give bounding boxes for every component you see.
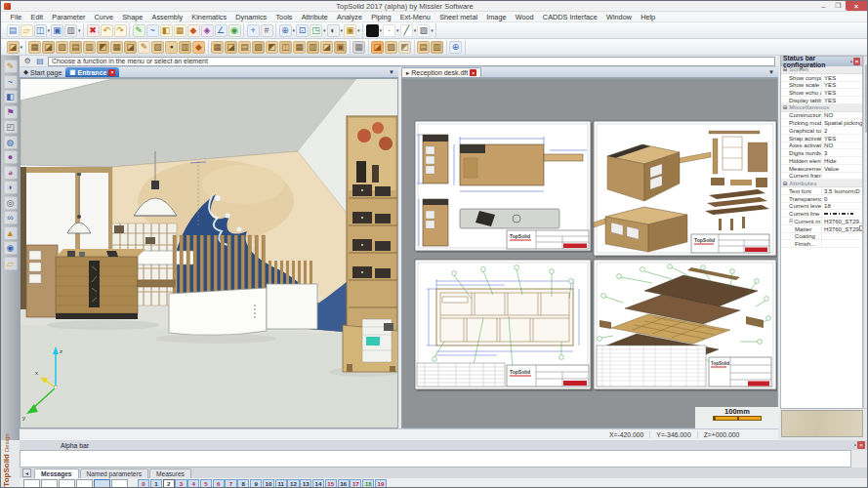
restore-button[interactable]: ❐ (831, 1, 846, 11)
wood-frame-icon[interactable]: ▤ (69, 41, 82, 54)
open-document-icon[interactable]: ▱ (21, 24, 33, 37)
machining-icon[interactable]: ◈ (201, 24, 214, 37)
property-measurement[interactable]: MeasurementValue (781, 165, 862, 173)
section-miscellaneous[interactable]: ⊟Miscellaneous (781, 104, 862, 112)
property-current-frame[interactable]: Current frame (781, 173, 862, 181)
extrude-shape-icon[interactable]: ◧ (4, 90, 18, 103)
wood-doc-icon[interactable]: ▤ (417, 41, 430, 54)
function-gear-icon[interactable]: ⚙ (22, 57, 32, 66)
wood-drilling-icon[interactable]: ▦ (110, 41, 123, 54)
menu-kinematics[interactable]: Kinematics (187, 13, 231, 21)
wood-marker-icon[interactable]: ✎ (138, 41, 150, 54)
render-mode-icon[interactable]: ▣▾ (344, 24, 360, 37)
component-icon[interactable]: ◰ (4, 120, 18, 134)
point-style-icon[interactable]: ∙▾ (383, 24, 399, 37)
panel-scrollbar[interactable] (863, 56, 868, 409)
menu-dynamics[interactable]: Dynamics (231, 13, 271, 21)
current-color-icon[interactable]: ▾ (366, 24, 383, 37)
hatch-style-icon[interactable]: ▨▾ (417, 24, 434, 37)
line-style-solid-red[interactable] (59, 479, 75, 488)
property-finish[interactable]: Finish... (781, 240, 862, 248)
menu-window[interactable]: Window (601, 13, 636, 21)
level-button-16[interactable]: 16 (338, 479, 350, 488)
level-button-7[interactable]: 7 (225, 479, 236, 488)
menu-edit[interactable]: Edit (26, 13, 48, 21)
level-button-14[interactable]: 14 (312, 479, 324, 488)
tab-entrance[interactable]: ▣Entrance× (65, 67, 119, 77)
analysis-icon[interactable]: ◉ (228, 24, 241, 37)
frames-icon[interactable]: # (261, 24, 273, 37)
drawing-canvas[interactable]: TopSolid (401, 78, 778, 428)
tab-measures[interactable]: Measures (149, 468, 191, 478)
menu-wood[interactable]: Wood (511, 13, 538, 21)
wood-texture-icon[interactable]: ▧ (385, 41, 397, 54)
level-button-2[interactable]: 2 (163, 479, 175, 488)
wood-saw-icon[interactable]: ◫ (279, 41, 292, 54)
wood-config-icon[interactable]: ◪▾ (7, 41, 23, 54)
tab-list-dropdown-icon[interactable]: ▼ (389, 69, 394, 75)
helpers-icon[interactable]: + (247, 24, 260, 37)
level-button-17[interactable]: 17 (350, 479, 361, 488)
wood-edge-band-icon[interactable]: ▥ (83, 41, 96, 54)
new-document-icon[interactable]: ▤ (7, 24, 20, 37)
curve-icon[interactable]: ~ (146, 24, 159, 37)
spline-curve-icon[interactable]: ~ (4, 75, 18, 89)
menu-cadds-interface[interactable]: CADDS Interface (538, 13, 601, 21)
level-button-4[interactable]: 4 (187, 479, 199, 488)
property-show-scale[interactable]: Show scaleYES (781, 82, 862, 90)
scrollbar-thumb[interactable] (865, 64, 868, 133)
property-coating[interactable]: Coating (781, 233, 862, 241)
wood-bom-icon[interactable]: ▥ (431, 41, 443, 54)
pin-icon[interactable]: ▪ (850, 59, 852, 64)
line-style-solid-black-thick[interactable] (111, 479, 128, 488)
blob-tool-icon[interactable]: ◗ (4, 181, 18, 194)
property-show-echo-a[interactable]: Show echo a...YES (781, 89, 862, 97)
folder-tool-icon[interactable]: ▱ (4, 257, 18, 270)
section-attributes[interactable]: ⊟Attributes (781, 180, 862, 187)
menu-piping[interactable]: Piping (367, 13, 395, 21)
zoom-icon[interactable]: ⊕▾ (279, 24, 296, 37)
tab-scroll-left-icon[interactable]: ◄ (22, 468, 31, 477)
wood-list-icon[interactable]: ▥ (307, 41, 319, 54)
line-style-solid-blue-thick[interactable] (94, 479, 110, 488)
property-text-font[interactable]: Text font3.5 IsonormD (781, 187, 862, 195)
wood-groove-icon[interactable]: ◪ (124, 41, 137, 54)
tab-reception-desk-dft[interactable]: ▸Reception desk.dft× (401, 67, 481, 77)
wood-cabinet-icon[interactable]: ◪ (225, 41, 237, 54)
menu-parameter[interactable]: Parameter (48, 13, 90, 21)
document-icon[interactable]: ▤ (35, 57, 45, 66)
world-tool-icon[interactable]: ◉ (4, 241, 18, 255)
property-digits-number[interactable]: Digits number3 (781, 149, 862, 157)
menu-shape[interactable]: Shape (118, 13, 147, 21)
level-button-18[interactable]: 18 (362, 479, 374, 488)
level-button-1[interactable]: 1 (150, 479, 162, 488)
level-button-12[interactable]: 12 (287, 479, 299, 488)
tab-start-page[interactable]: ◆Start page (20, 67, 65, 77)
level-button-0[interactable]: 0 (138, 479, 149, 488)
alpha-bar-input[interactable] (20, 450, 851, 468)
display-mode-icon[interactable]: ◐▾ (327, 24, 344, 37)
level-button-10[interactable]: 10 (263, 479, 274, 488)
tab-close-icon[interactable]: × (470, 69, 476, 76)
level-button-3[interactable]: 3 (175, 479, 186, 488)
property-matter[interactable]: MatterH3760_ST29... (781, 225, 862, 233)
property-current-m[interactable]: ⊟Current m...H3760_ST29... (781, 218, 862, 225)
menu-assembly[interactable]: Assembly (147, 13, 187, 21)
part-icon[interactable]: ◆ (187, 24, 200, 37)
wood-machining-icon[interactable]: ◆ (192, 41, 205, 54)
property-graphical-tole[interactable]: Graphical tole...2 (781, 127, 862, 135)
wood-fitting-icon[interactable]: ▧ (252, 41, 265, 54)
delete-icon[interactable]: ✖ (87, 24, 100, 37)
wood-divide-icon[interactable]: ▤ (238, 41, 251, 54)
shape-icon[interactable]: ◧ (160, 24, 173, 37)
line-style-icon[interactable]: ╱▾ (400, 24, 417, 37)
prompt-input[interactable]: Choose a function in the menu or select … (48, 57, 775, 66)
assembly-icon[interactable]: ▦ (174, 24, 186, 37)
property-snap-activation[interactable]: Snap activationYES (781, 135, 862, 142)
tab-close-icon[interactable]: × (108, 69, 115, 76)
level-button-8[interactable]: 8 (237, 479, 249, 488)
property-picking-mode[interactable]: Picking modeSpatial picking (781, 119, 862, 127)
wood-tenon-icon[interactable]: ▧ (151, 41, 164, 54)
view-orientation-icon[interactable]: ◳▾ (310, 24, 326, 37)
level-button-9[interactable]: 9 (250, 479, 262, 488)
